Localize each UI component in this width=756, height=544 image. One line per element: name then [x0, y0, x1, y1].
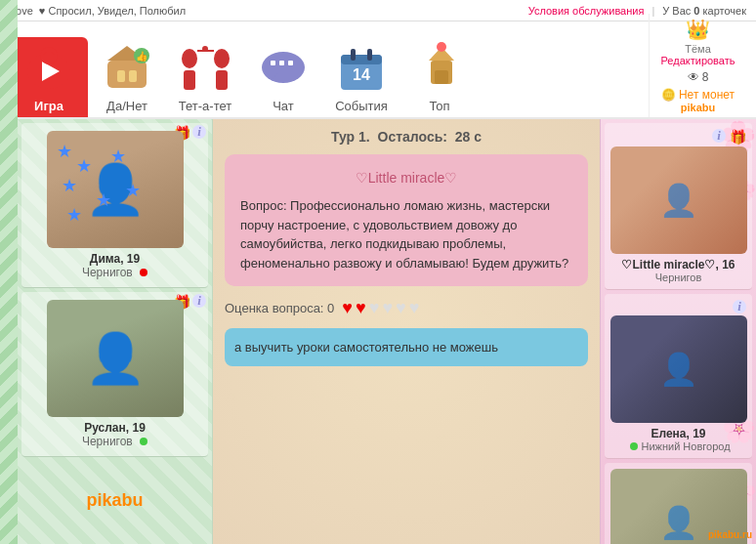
eye-count: 👁 8 [688, 70, 709, 84]
left-sidebar-inner: 🎁 i 👤 ★ ★ ★ ★ ★ ★ ★ Дима, 19 [18, 123, 212, 539]
user-info-miracle: ♡Little miracle♡, 16 Чернигов [610, 258, 746, 283]
center-content: Тур 1. Осталось: 28 с ♡Little miracle♡ В… [213, 119, 600, 544]
nav-tetatete[interactable]: Тет-а-тет [166, 37, 244, 117]
user-photo-dima: 👤 ★ ★ ★ ★ ★ ★ ★ [47, 131, 184, 248]
svg-rect-22 [351, 49, 356, 61]
pikabu-logo-br: pikabu.ru [708, 529, 752, 540]
crown-icon: 👑 [686, 18, 710, 41]
svg-rect-21 [341, 55, 382, 64]
events-icon: 14 [337, 41, 386, 95]
top-icon [413, 41, 467, 95]
round-time-value: 28 с [455, 129, 482, 145]
pikabu-logo-small: pikabu [681, 102, 715, 113]
tetatete-icon [179, 41, 232, 95]
game-icon [24, 41, 73, 95]
danet-icon: 👍 [103, 41, 151, 95]
eye-number: 8 [702, 70, 709, 84]
user-info-ruslan: Руслан, 19 Чернигов [82, 421, 147, 448]
svg-rect-6 [129, 70, 137, 82]
right-user-card-elena[interactable]: i 👤 Елена, 19 Нижний Новгород [605, 294, 752, 459]
right-user-name-miracle: ♡Little miracle♡, 16 [610, 258, 746, 272]
nav-items: Игра 👍 Да/Нет [10, 37, 649, 117]
nav-events[interactable]: 14 События [322, 37, 400, 117]
user-photo-elena: 👤 [610, 315, 747, 423]
rating-row: Оценка вопроса: 0 ♥ ♥ ♥ ♥ ♥ ♥ [225, 298, 588, 318]
svg-rect-9 [184, 70, 195, 90]
user-card-dima[interactable]: 🎁 i 👤 ★ ★ ★ ★ ★ ★ ★ Дима, 19 [21, 123, 208, 288]
svg-rect-19 [288, 61, 293, 65]
svg-point-27 [437, 42, 446, 52]
user-photo-ruslan: 👤 [47, 300, 184, 417]
right-sidebar: 🌸 🌸 🌸 🌸 i 🎁 👤 ♡Little miracle♡, 16 Черни… [600, 119, 756, 544]
gift-icon-miracle: 🎁 [730, 129, 746, 145]
main-content: 🎁 i 👤 ★ ★ ★ ★ ★ ★ ★ Дима, 19 [0, 119, 756, 544]
user-photo-miracle: 👤 [610, 146, 747, 254]
svg-rect-28 [435, 70, 448, 84]
svg-point-10 [182, 49, 197, 68]
nav-chat[interactable]: Чат [244, 37, 322, 117]
heart-3[interactable]: ♥ [369, 298, 380, 318]
svg-rect-11 [216, 70, 228, 90]
nav-game[interactable]: Игра [10, 37, 88, 117]
heart-6[interactable]: ♥ [409, 298, 420, 318]
heart-4[interactable]: ♥ [382, 298, 393, 318]
info-icon-dima[interactable]: i [192, 125, 206, 139]
nav-top[interactable]: Топ [400, 37, 479, 117]
user-city-ruslan: Чернигов [82, 435, 147, 448]
heart-1[interactable]: ♥ [342, 298, 353, 318]
nav-danet-label: Да/Нет [106, 99, 147, 113]
face-man2: 👤 [47, 300, 184, 417]
face-man: 👤 [47, 131, 184, 248]
question-title: ♡Little miracle♡ [240, 168, 572, 188]
info-icon-miracle[interactable]: i [712, 129, 726, 143]
coin-label: Нет монет [679, 88, 735, 102]
round-info: Тур 1. Осталось: 28 с [225, 129, 588, 145]
nav-danet[interactable]: 👍 Да/Нет [88, 37, 166, 117]
user-name-ruslan: Руслан, 19 [82, 421, 147, 435]
theme-name: Тёма [685, 43, 711, 55]
edit-link[interactable]: Редактировать [661, 55, 735, 66]
right-user-card-miracle[interactable]: i 🎁 👤 ♡Little miracle♡, 16 Чернигов [605, 123, 752, 290]
coin-info: 🪙 Нет монет [661, 88, 735, 102]
user-card-ruslan[interactable]: 🎁 i 👤 Руслан, 19 Чернигов [21, 292, 208, 457]
eye-icon: 👁 [688, 70, 699, 84]
top-right-panel: 👑 Тёма Редактировать 👁 8 🪙 Нет монет pik… [649, 14, 746, 117]
top-bar: Love ♥ Спросил, Увидел, Полюбил Условия … [0, 0, 756, 21]
nav-game-label: Игра [34, 99, 63, 113]
header-nav: Игра 👍 Да/Нет [0, 21, 756, 119]
status-dot-elena [630, 442, 638, 450]
user-info-dima: Дима, 19 Чернигов [82, 252, 147, 279]
nav-top-label: Топ [429, 99, 449, 113]
status-dot-ruslan [140, 438, 147, 445]
question-box: ♡Little miracle♡ Вопрос: Профессионально… [225, 154, 588, 286]
question-text: Вопрос: Профессионально ломаю жизнь, мас… [240, 196, 572, 272]
svg-point-14 [202, 46, 208, 52]
pikabu-text: pikabu [86, 490, 143, 511]
user-city-dima: Чернигов [82, 266, 147, 279]
nav-tetatete-label: Тет-а-тет [179, 99, 231, 113]
svg-rect-3 [107, 61, 147, 88]
photo-inner-miracle: 👤 [610, 146, 747, 254]
user-info-elena: Елена, 19 Нижний Новгород [610, 427, 746, 452]
svg-rect-18 [279, 61, 284, 65]
right-user-name-elena: Елена, 19 [610, 427, 746, 440]
answer-button[interactable]: а выучить уроки самостоятельно не можешь [225, 328, 588, 366]
coin-icon: 🪙 [661, 88, 676, 102]
nav-events-label: События [335, 99, 388, 113]
heart-5[interactable]: ♥ [396, 298, 406, 318]
top-bar-brand: Love ♥ Спросил, Увидел, Полюбил [10, 5, 186, 17]
svg-point-12 [214, 49, 230, 68]
coin-row: 🪙 Нет монет [661, 88, 735, 102]
pikabu-ad-card[interactable]: pikabu [21, 461, 208, 539]
round-prefix: Тур 1. [331, 129, 370, 145]
heart-2[interactable]: ♥ [356, 298, 366, 318]
hearts-row: ♥ ♥ ♥ ♥ ♥ ♥ [342, 298, 419, 318]
nav-chat-label: Чат [273, 99, 294, 113]
chat-icon [257, 41, 311, 95]
rating-label: Оценка вопроса: 0 [225, 301, 334, 315]
svg-text:14: 14 [353, 66, 370, 83]
info-icon-elena[interactable]: i [733, 300, 746, 314]
info-icon-ruslan[interactable]: i [192, 294, 206, 308]
svg-rect-5 [117, 70, 125, 82]
terms-link[interactable]: Условия обслуживания [528, 5, 645, 17]
